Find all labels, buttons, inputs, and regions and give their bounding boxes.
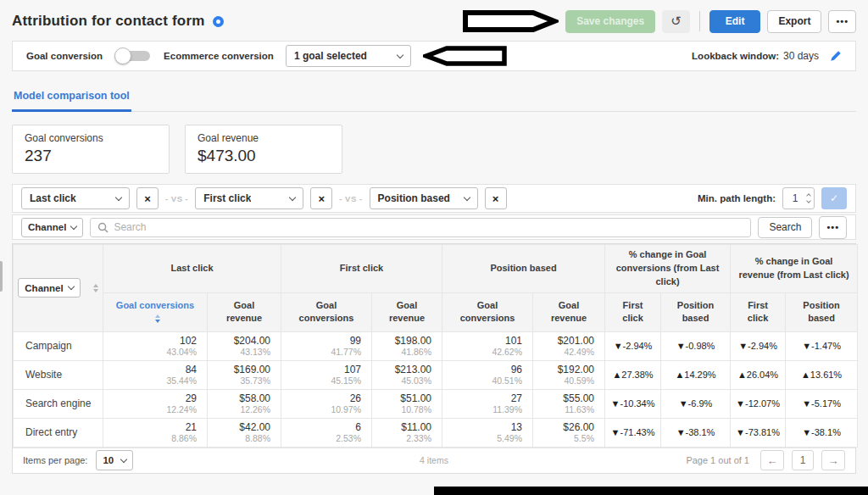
column-header[interactable]: Goal revenue [372,292,442,331]
column-header-label: Position based [803,300,839,323]
column-header[interactable]: First click [731,292,786,331]
model-select-2[interactable]: Position based [370,187,478,209]
model-selects: Last click×- VS -First click×- VS -Posit… [21,187,507,209]
row-channel-label: Search engine [14,389,103,418]
model-select-0[interactable]: Last click [21,187,130,209]
change-cell: ▼-71.43% [605,418,661,447]
chevron-down-icon [115,193,122,200]
metric-percent: 5.5% [533,433,594,444]
change-cell: ▼-38.1% [786,418,858,447]
metric-cell: $198.0041.86% [372,331,442,360]
table-more-button[interactable]: ••• [819,216,847,239]
search-input[interactable] [114,221,743,233]
metric-percent: 8.88% [208,433,270,444]
metric-percent: 10.97% [281,404,361,415]
column-header[interactable]: Goal conversions [103,292,208,331]
bottom-black-strip [434,487,868,495]
search-box[interactable] [90,218,751,237]
lookback-window-label: Lookback window: [692,51,779,61]
stepper-down-icon[interactable] [806,198,811,203]
ecommerce-conversion-label: Ecommerce conversion [164,51,274,61]
metric-value: 99 [281,335,361,347]
number-stepper[interactable] [807,194,810,203]
column-header[interactable]: Goal revenue [208,292,281,331]
metric-value: 107 [281,364,361,375]
group-header-3: % change in Goal conversions (from Last … [605,245,731,293]
search-button[interactable]: Search [758,217,812,238]
header-divider [699,11,700,31]
goal-select[interactable]: 1 goal selected [286,45,411,67]
metric-cell: 9941.77% [281,331,372,360]
metric-cell: $201.0042.49% [533,331,605,360]
change-cell: ▼-12.07% [731,389,786,418]
change-cell: ▲14.29% [661,360,731,389]
metric-percent: 12.26% [208,404,270,415]
metric-value: $55.00 [533,392,594,404]
apply-check-button[interactable]: ✓ [821,187,847,209]
metric-cell: 135.49% [442,418,533,447]
toggle-knob[interactable] [114,47,131,64]
column-header[interactable]: Position based [661,292,731,331]
metric-cell: $192.0040.59% [533,360,605,389]
metric-value: 84 [103,364,197,375]
tab-model-comparison-tool[interactable]: Model comparison tool [12,90,131,112]
conversion-type-toggle[interactable] [114,47,152,64]
column-header-label: Goal revenue [226,300,262,323]
metric-value: 13 [442,421,522,433]
model-select-1[interactable]: First click [195,187,303,209]
change-cell: ▼-10.34% [605,389,661,418]
table-dimension-select[interactable]: Channel [18,278,80,298]
group-header-4: % change in Goal revenue (from Last clic… [731,245,858,293]
history-icon[interactable]: ↺ [662,10,690,33]
chevron-down-icon [397,51,403,58]
sort-icon[interactable] [93,284,98,292]
group-header-0: Last click [103,245,281,293]
chevron-down-icon [70,222,77,229]
metric-cell: 10243.04% [103,331,208,360]
metric-value: 102 [103,335,197,347]
metric-percent: 45.15% [281,375,361,387]
export-button[interactable]: Export [767,10,821,33]
metric-value: $42.00 [208,421,270,433]
column-header[interactable]: Position based [786,292,858,331]
change-cell: ▲26.04% [731,360,786,389]
column-header[interactable]: Goal revenue [533,292,605,331]
remove-model-0-button[interactable]: × [136,187,159,209]
metric-percent: 35.44% [103,375,197,387]
lookback-window-value: 30 days [783,50,819,62]
goal-revenue-card: Goal revenue $473.00 [185,125,342,174]
save-changes-button[interactable]: Save changes [565,10,655,33]
dimension-select[interactable]: Channel [21,218,83,237]
remove-model-2-button[interactable]: × [485,187,507,209]
search-icon [97,222,108,233]
header-more-button[interactable]: ••• [828,10,856,33]
metric-percent: 42.49% [533,347,594,358]
metric-percent: 43.04% [103,347,197,358]
metric-percent: 45.03% [372,375,431,387]
metric-value: $26.00 [533,421,594,433]
metric-cell: 9640.51% [442,360,533,389]
table-row: Direct entry218.86%$42.008.88%62.53%$11.… [14,418,858,447]
card-value: $473.00 [198,147,330,165]
column-header[interactable]: First click [605,292,661,331]
metric-percent: 41.86% [372,347,431,358]
remove-model-1-button[interactable]: × [310,187,332,209]
column-header[interactable]: Goal conversions [442,292,533,331]
column-header-label: First click [748,300,768,323]
change-cell: ▼-6.9% [661,389,731,418]
metric-value: $51.00 [372,392,431,404]
metric-percent: 40.51% [442,375,522,387]
goal-conversion-label: Goal conversion [26,51,103,61]
sort-active-icon[interactable] [155,314,160,323]
card-label: Goal revenue [198,132,330,144]
metric-percent: 8.86% [103,433,197,444]
min-path-length-input[interactable]: 1 [782,187,815,209]
edit-button[interactable]: Edit [709,10,761,33]
stepper-up-icon[interactable] [806,193,811,198]
edit-pencil-icon[interactable] [830,50,842,62]
column-header[interactable]: Goal conversions [281,292,372,331]
chevron-down-icon [289,193,296,200]
left-scrollbar-fragment[interactable] [0,261,3,292]
metric-value: 29 [103,392,197,404]
group-header-1: First click [281,245,442,293]
